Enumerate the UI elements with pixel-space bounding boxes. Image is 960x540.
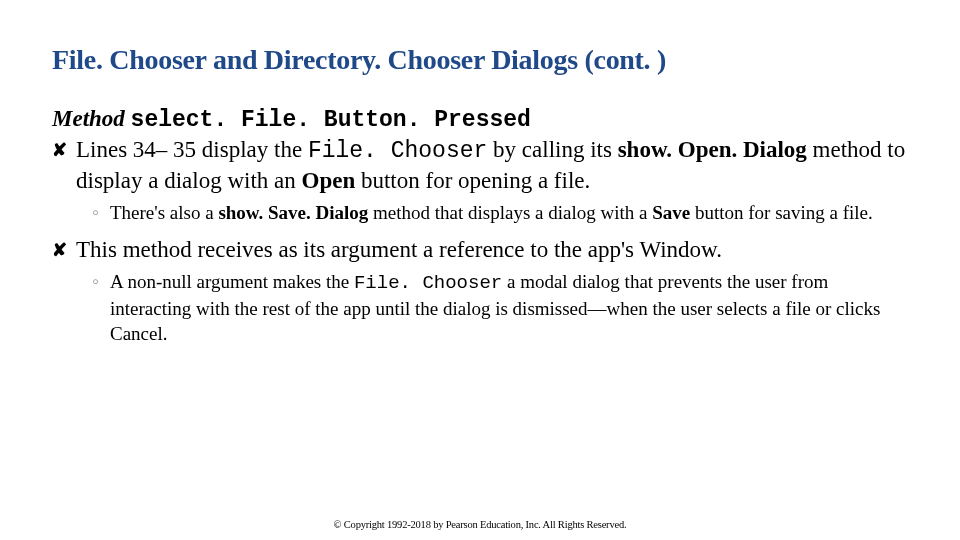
t: A non-null argument makes the (110, 271, 354, 292)
slide-title: File. Chooser and Directory. Chooser Dia… (52, 44, 908, 76)
bold-span: Save (652, 202, 690, 223)
t: method that displays a dialog with a (368, 202, 652, 223)
t: There's also a (110, 202, 218, 223)
method-subheading: Method select. File. Button. Pressed (52, 106, 908, 133)
slide: File. Chooser and Directory. Chooser Dia… (0, 0, 960, 346)
bullet-item: ✘ Lines 34– 35 display the File. Chooser… (52, 135, 908, 196)
copyright-footer: © Copyright 1992-2018 by Pearson Educati… (0, 519, 960, 530)
sub-bullet-item: ◦ A non-null argument makes the File. Ch… (92, 269, 908, 346)
bold-span: show. Open. Dialog (618, 137, 807, 162)
t: button for opening a file. (355, 168, 590, 193)
subhead-code: select. File. Button. Pressed (131, 107, 531, 133)
bullet-item: ✘ This method receives as its argument a… (52, 235, 908, 265)
bold-span: show. Save. Dialog (218, 202, 368, 223)
sub-bullet-item: ◦ There's also a show. Save. Dialog meth… (92, 200, 908, 225)
bullet-text: Lines 34– 35 display the File. Chooser b… (76, 135, 908, 196)
sub-bullet-marker-icon: ◦ (92, 200, 110, 225)
t: button for saving a file. (690, 202, 873, 223)
bullet-text: This method receives as its argument a r… (76, 235, 722, 265)
bullet-marker-icon: ✘ (52, 135, 76, 165)
t: Lines 34– 35 display the (76, 137, 308, 162)
bold-span: Open (302, 168, 356, 193)
sub-bullet-text: There's also a show. Save. Dialog method… (110, 200, 873, 225)
bullet-marker-icon: ✘ (52, 235, 76, 265)
sub-bullet-text: A non-null argument makes the File. Choo… (110, 269, 908, 346)
code-span: File. Chooser (308, 138, 487, 164)
code-span: File. Chooser (354, 272, 502, 294)
subhead-label: Method (52, 106, 131, 131)
t: by calling its (487, 137, 617, 162)
sub-bullet-marker-icon: ◦ (92, 269, 110, 294)
